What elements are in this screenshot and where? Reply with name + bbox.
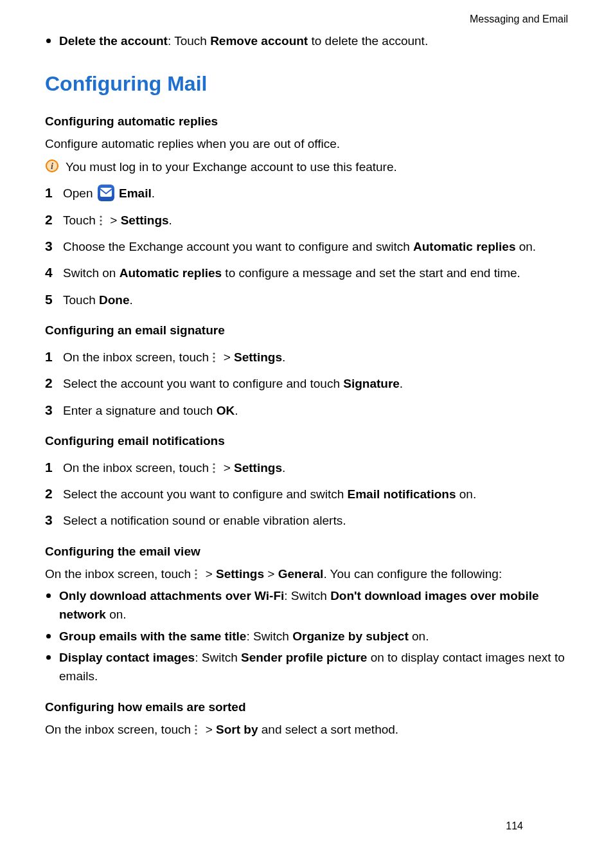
- step-number: 4: [45, 262, 53, 284]
- text: : Switch: [195, 651, 241, 664]
- info-icon: i: [45, 159, 59, 173]
- settings-label: Settings: [216, 567, 264, 581]
- text: .: [282, 461, 285, 475]
- group-emails-bold: Group emails with the same title: [59, 629, 246, 643]
- intro-list-item: Delete the account: Touch Remove account…: [45, 32, 568, 50]
- settings-label: Settings: [234, 461, 282, 475]
- step-number: 2: [45, 373, 53, 394]
- email-view-heading: Configuring the email view: [45, 542, 568, 561]
- step-number: 1: [45, 183, 53, 204]
- svg-rect-6: [100, 188, 112, 197]
- email-view-intro: On the inbox screen, touch > Settings > …: [45, 565, 568, 583]
- step-number: 1: [45, 347, 53, 368]
- auto-replies-bold: Automatic replies: [413, 240, 515, 253]
- page-number: 114: [506, 818, 523, 835]
- more-vert-icon: [99, 215, 107, 226]
- text: >: [110, 213, 120, 227]
- text: on.: [409, 629, 429, 643]
- contact-images-bold: Display contact images: [59, 651, 195, 664]
- step-item: 2 Select the account you want to configu…: [45, 374, 568, 393]
- signature-bold: Signature: [343, 377, 400, 390]
- sort-by-bold: Sort by: [216, 723, 258, 736]
- more-vert-icon: [212, 462, 220, 474]
- step-number: 2: [45, 484, 53, 505]
- text: .: [169, 213, 172, 227]
- notifications-heading: Configuring email notifications: [45, 431, 568, 450]
- text: >: [224, 461, 234, 475]
- text: and select a sort method.: [258, 723, 398, 736]
- text: >: [224, 350, 234, 364]
- step-item: 3 Choose the Exchange account you want t…: [45, 237, 568, 256]
- text: >: [206, 723, 216, 736]
- info-text: You must log in to your Exchange account…: [66, 160, 397, 174]
- email-app-icon: [98, 185, 114, 201]
- step-item: 1 On the inbox screen, touch > Settings.: [45, 348, 568, 366]
- page-header-section: Messaging and Email: [45, 12, 568, 28]
- sender-profile-bold: Sender profile picture: [241, 651, 367, 664]
- text: On the inbox screen, touch: [45, 723, 194, 736]
- text: : Switch: [246, 629, 292, 643]
- sort-text: On the inbox screen, touch > Sort by and…: [45, 720, 568, 739]
- step-number: 2: [45, 210, 53, 231]
- page-title: Configuring Mail: [45, 68, 568, 100]
- step-number: 3: [45, 236, 53, 257]
- step-number: 5: [45, 289, 53, 311]
- more-vert-icon: [194, 724, 202, 736]
- general-label: General: [278, 567, 324, 581]
- text: Switch on: [63, 266, 120, 280]
- text: Choose the Exchange account you want to …: [63, 240, 413, 253]
- remove-account-bold: Remove account: [210, 34, 308, 48]
- text: On the inbox screen, touch: [63, 461, 212, 475]
- auto-replies-subtext: Configure automatic replies when you are…: [45, 134, 568, 153]
- text: Open: [63, 186, 96, 200]
- text: On the inbox screen, touch: [45, 567, 194, 581]
- auto-replies-bold: Automatic replies: [120, 266, 222, 280]
- sort-heading: Configuring how emails are sorted: [45, 698, 568, 716]
- wifi-attachments-bold: Only download attachments over Wi-Fi: [59, 589, 284, 602]
- ok-bold: OK: [217, 404, 235, 417]
- text: to delete the account.: [308, 34, 428, 48]
- step-number: 3: [45, 400, 53, 421]
- settings-label: Settings: [234, 350, 282, 364]
- step-item: 2 Touch > Settings.: [45, 211, 568, 230]
- done-bold: Done: [99, 293, 130, 307]
- list-item: Group emails with the same title: Switch…: [45, 627, 568, 646]
- step-item: 3 Enter a signature and touch OK.: [45, 401, 568, 420]
- auto-replies-heading: Configuring automatic replies: [45, 112, 568, 131]
- text: Enter a signature and touch: [63, 404, 217, 417]
- text: to configure a message and set the start…: [222, 266, 520, 280]
- text: . You can configure the following:: [323, 567, 502, 581]
- text: On the inbox screen, touch: [63, 350, 212, 364]
- svg-text:i: i: [51, 161, 53, 171]
- text: : Touch: [168, 34, 210, 48]
- text: .: [400, 377, 403, 390]
- text: Select a notification sound or enable vi…: [63, 514, 346, 527]
- text: Touch: [63, 213, 99, 227]
- signature-heading: Configuring an email signature: [45, 321, 568, 339]
- step-item: 5 Touch Done.: [45, 291, 568, 309]
- list-item: Display contact images: Switch Sender pr…: [45, 648, 568, 686]
- step-item: 2 Select the account you want to configu…: [45, 485, 568, 503]
- step-number: 1: [45, 457, 53, 478]
- text: on.: [106, 608, 127, 621]
- text: : Switch: [284, 589, 330, 602]
- step-item: 3 Select a notification sound or enable …: [45, 511, 568, 530]
- organize-subject-bold: Organize by subject: [292, 629, 409, 643]
- text: .: [235, 404, 238, 417]
- email-app-label: Email: [119, 186, 152, 200]
- text: .: [152, 186, 155, 200]
- more-vert-icon: [194, 568, 202, 580]
- text: on.: [515, 240, 536, 253]
- step-item: 1 Open Email.: [45, 184, 568, 203]
- text: Select the account you want to configure…: [63, 487, 348, 501]
- text: >: [206, 567, 216, 581]
- step-item: 1 On the inbox screen, touch > Settings.: [45, 458, 568, 477]
- info-note: i You must log in to your Exchange accou…: [45, 158, 568, 176]
- text: Touch: [63, 293, 99, 307]
- step-item: 4 Switch on Automatic replies to configu…: [45, 264, 568, 282]
- text: >: [264, 567, 278, 581]
- email-notifications-bold: Email notifications: [348, 487, 456, 501]
- list-item: Only download attachments over Wi-Fi: Sw…: [45, 586, 568, 624]
- more-vert-icon: [212, 352, 220, 363]
- text: .: [282, 350, 285, 364]
